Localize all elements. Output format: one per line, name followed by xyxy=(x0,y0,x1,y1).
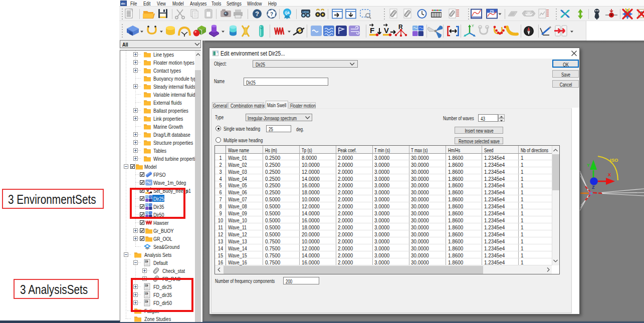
svg-text:X: X xyxy=(608,172,611,177)
svg-text:Y: Y xyxy=(587,163,590,168)
svg-text:Z: Z xyxy=(592,185,595,190)
svg-text:ISO: ISO xyxy=(610,157,618,163)
